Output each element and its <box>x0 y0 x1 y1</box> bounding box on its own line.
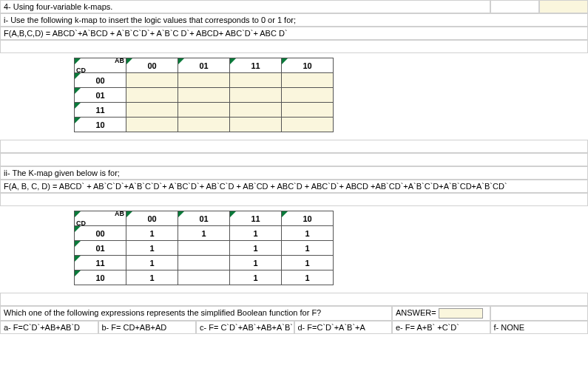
kmap1-col-11: 11 <box>230 58 282 73</box>
kmap2-cell[interactable]: 1 <box>230 241 282 256</box>
kmap2-cell[interactable]: 1 <box>126 256 178 270</box>
kmap1-col-00: 00 <box>126 58 178 73</box>
kmap-2: AB CD 00 01 11 10 00 1 1 1 1 01 1 1 1 <box>74 211 334 285</box>
kmap2-cell[interactable]: 1 <box>230 226 282 241</box>
kmap1-cell[interactable] <box>230 118 282 132</box>
kmap2-cell[interactable]: 1 <box>230 256 282 270</box>
kmap1-row-10: 10 <box>75 118 126 132</box>
kmap1-cell[interactable] <box>282 88 334 103</box>
question-prompt: Which one of the following expressions r… <box>0 306 392 321</box>
option-d: d- F=C`D`+A`B`+A <box>294 321 393 334</box>
kmap2-row-00: 00 <box>75 226 126 241</box>
kmap1-cell[interactable] <box>282 73 334 88</box>
kmap1-corner: AB CD <box>75 58 126 73</box>
kmap2-cell[interactable]: 1 <box>126 270 178 285</box>
kmap2-col-10: 10 <box>282 211 334 226</box>
kmap-1: AB CD 00 01 11 10 00 01 <box>74 58 334 132</box>
option-a: a- F=C`D`+AB+AB`D <box>0 321 98 334</box>
spacer <box>0 193 588 206</box>
kmap1-cell[interactable] <box>178 103 230 118</box>
kmap1-cell[interactable] <box>126 88 178 103</box>
kmap2-cell[interactable]: 1 <box>282 226 334 241</box>
kmap1-cell[interactable] <box>178 118 230 132</box>
kmap2-row-10: 10 <box>75 270 126 285</box>
kmap2-cell[interactable] <box>178 270 230 285</box>
kmap2-ab-label: AB <box>115 210 124 217</box>
spacer <box>0 153 588 166</box>
kmap2-row-01: 01 <box>75 241 126 256</box>
kmap2-cell[interactable]: 1 <box>282 241 334 256</box>
spacer <box>0 40 588 53</box>
kmap1-cell[interactable] <box>230 88 282 103</box>
kmap2-cell[interactable]: 1 <box>126 241 178 256</box>
option-b: b- F= CD+AB+AD <box>98 321 197 334</box>
answer-input[interactable] <box>439 308 483 319</box>
function-i: F(A,B,C,D) = ABCD`+A`BCD + A`B`C`D`+ A`B… <box>0 27 588 40</box>
kmap2-corner: AB CD <box>75 211 126 226</box>
kmap2-cell[interactable] <box>178 256 230 270</box>
kmap1-row-00: 00 <box>75 73 126 88</box>
spacer <box>0 140 588 153</box>
part-ii-title: ii- The K-map given below is for; <box>0 166 588 180</box>
kmap1-col-10: 10 <box>282 58 334 73</box>
part-i-text: i- Use the following k-map to insert the… <box>0 13 588 27</box>
kmap1-ab-label: AB <box>115 57 124 64</box>
kmap1-row-01: 01 <box>75 88 126 103</box>
kmap1-col-01: 01 <box>178 58 230 73</box>
kmap2-cell[interactable]: 1 <box>178 226 230 241</box>
kmap1-row-11: 11 <box>75 103 126 118</box>
spacer <box>0 293 588 306</box>
empty-cell <box>490 0 539 13</box>
kmap1-cell[interactable] <box>178 73 230 88</box>
empty-highlight-cell <box>539 0 588 13</box>
kmap2-col-01: 01 <box>178 211 230 226</box>
kmap1-cell[interactable] <box>126 103 178 118</box>
kmap1-cell[interactable] <box>282 118 334 132</box>
kmap2-row-11: 11 <box>75 256 126 270</box>
problem-title: 4- Using four-variable k-maps. <box>0 0 490 13</box>
kmap2-cell[interactable]: 1 <box>230 270 282 285</box>
empty-cell <box>490 306 589 321</box>
option-c: c- F= C`D`+AB`+AB+A`B` <box>196 321 294 334</box>
answer-label-cell: ANSWER= <box>392 306 490 321</box>
kmap2-cell[interactable]: 1 <box>282 256 334 270</box>
option-f: f- NONE <box>490 321 589 334</box>
kmap2-cell[interactable]: 1 <box>282 270 334 285</box>
kmap1-cell[interactable] <box>126 73 178 88</box>
kmap1-cell[interactable] <box>230 103 282 118</box>
kmap2-col-11: 11 <box>230 211 282 226</box>
kmap1-cell[interactable] <box>230 73 282 88</box>
answer-label: ANSWER= <box>396 308 436 317</box>
kmap2-cell[interactable] <box>178 241 230 256</box>
kmap1-cell[interactable] <box>126 118 178 132</box>
kmap1-cell[interactable] <box>178 88 230 103</box>
kmap2-cell[interactable]: 1 <box>126 226 178 241</box>
kmap2-col-00: 00 <box>126 211 178 226</box>
option-e: e- F= A+B` +C`D` <box>392 321 490 334</box>
function-ii: F(A, B, C, D) = ABCD` + AB`C`D`+A`B`C`D`… <box>0 180 588 193</box>
kmap1-cell[interactable] <box>282 103 334 118</box>
